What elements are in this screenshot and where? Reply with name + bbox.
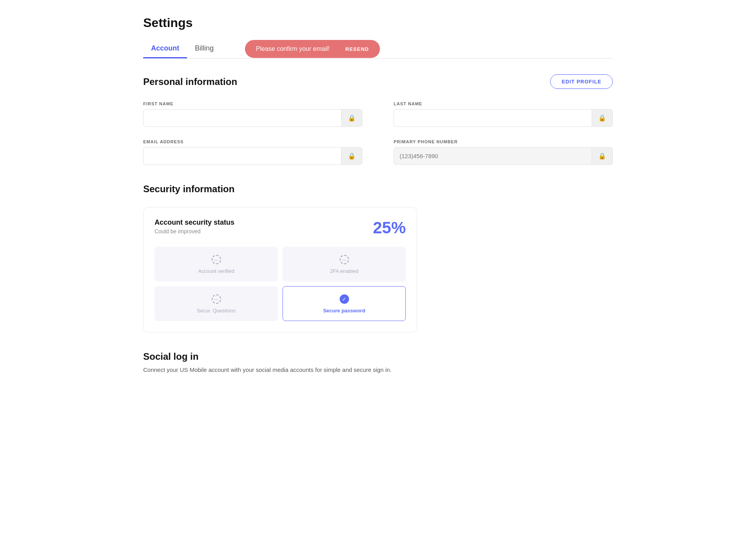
- last-name-lock: 🔒: [592, 110, 612, 126]
- security-info-title: Security information: [143, 184, 234, 195]
- first-name-lock: 🔒: [341, 110, 362, 126]
- security-card: Account security status Could be improve…: [143, 207, 417, 332]
- page-title: Settings: [143, 16, 613, 30]
- security-card-text: Account security status Could be improve…: [155, 218, 234, 234]
- email-banner-message: Please confirm your email!: [256, 45, 330, 52]
- account-verified-label: Account verified: [198, 268, 234, 274]
- last-name-input-wrapper: 🔒: [394, 109, 613, 127]
- social-login-title: Social log in: [143, 351, 613, 362]
- security-questions-label: Secur. Questions: [197, 308, 236, 314]
- phone-group: PRIMARY PHONE NUMBER 🔒: [394, 139, 613, 165]
- lock-icon: 🔒: [598, 114, 606, 122]
- last-name-group: LAST NAME 🔒: [394, 101, 613, 127]
- edit-profile-button[interactable]: EDIT PROFILE: [550, 74, 613, 89]
- email-input-wrapper: 🔒: [143, 147, 362, 165]
- circle-dashed-2fa-icon: —: [340, 255, 349, 264]
- header-row: Account Billing Please confirm your emai…: [143, 40, 613, 58]
- security-percentage: 25%: [373, 218, 406, 237]
- email-lock: 🔒: [341, 148, 362, 164]
- email-input[interactable]: [144, 148, 341, 164]
- security-card-header: Account security status Could be improve…: [155, 218, 406, 237]
- security-card-title: Account security status: [155, 218, 234, 227]
- phone-input-wrapper: 🔒: [394, 147, 613, 165]
- personal-info-title: Personal information: [143, 76, 237, 87]
- 2fa-label: 2FA enabled: [330, 268, 358, 274]
- lock-icon: 🔒: [598, 152, 606, 160]
- email-confirmation-banner: Please confirm your email! RESEND: [245, 40, 380, 58]
- security-item-questions[interactable]: — Secur. Questions: [155, 286, 278, 321]
- security-card-subtitle: Could be improved: [155, 228, 234, 234]
- account-verified-icon: —: [211, 254, 222, 265]
- first-name-group: FIRST NAME 🔒: [143, 101, 362, 127]
- personal-info-header: Personal information EDIT PROFILE: [143, 74, 613, 89]
- security-information-section: Security information Account security st…: [143, 184, 613, 332]
- 2fa-icon: —: [339, 254, 350, 265]
- first-name-input-wrapper: 🔒: [143, 109, 362, 127]
- security-item-secure-password[interactable]: ✓ Secure password: [283, 286, 406, 321]
- personal-info-form: FIRST NAME 🔒 LAST NAME 🔒: [143, 101, 613, 165]
- security-item-account-verified[interactable]: — Account verified: [155, 247, 278, 281]
- security-questions-icon: —: [211, 294, 222, 305]
- circle-dashed-icon: —: [212, 255, 221, 264]
- secure-password-label: Secure password: [323, 308, 365, 314]
- circle-check-icon: ✓: [340, 294, 349, 304]
- social-login-description: Connect your US Mobile account with your…: [143, 365, 613, 375]
- secure-password-icon: ✓: [339, 294, 350, 305]
- email-group: EMAIL ADDRESS 🔒: [143, 139, 362, 165]
- lock-icon: 🔒: [348, 114, 356, 122]
- tab-divider: [143, 58, 613, 59]
- personal-information-section: Personal information EDIT PROFILE FIRST …: [143, 74, 613, 165]
- first-name-input[interactable]: [144, 110, 341, 126]
- social-login-section: Social log in Connect your US Mobile acc…: [143, 351, 613, 375]
- circle-dashed-questions-icon: —: [212, 294, 221, 304]
- security-info-header: Security information: [143, 184, 613, 195]
- tabs-container: Account Billing: [143, 40, 221, 58]
- phone-input[interactable]: [394, 148, 592, 164]
- last-name-input[interactable]: [394, 110, 592, 126]
- security-item-2fa[interactable]: — 2FA enabled: [283, 247, 406, 281]
- email-label: EMAIL ADDRESS: [143, 139, 362, 144]
- tab-billing[interactable]: Billing: [187, 40, 221, 58]
- phone-lock: 🔒: [592, 148, 612, 164]
- resend-button[interactable]: RESEND: [346, 46, 369, 52]
- last-name-label: LAST NAME: [394, 101, 613, 106]
- phone-label: PRIMARY PHONE NUMBER: [394, 139, 613, 144]
- tab-account[interactable]: Account: [143, 40, 187, 58]
- first-name-label: FIRST NAME: [143, 101, 362, 106]
- security-items-grid: — Account verified — 2FA enabled: [155, 247, 406, 321]
- lock-icon: 🔒: [348, 152, 356, 160]
